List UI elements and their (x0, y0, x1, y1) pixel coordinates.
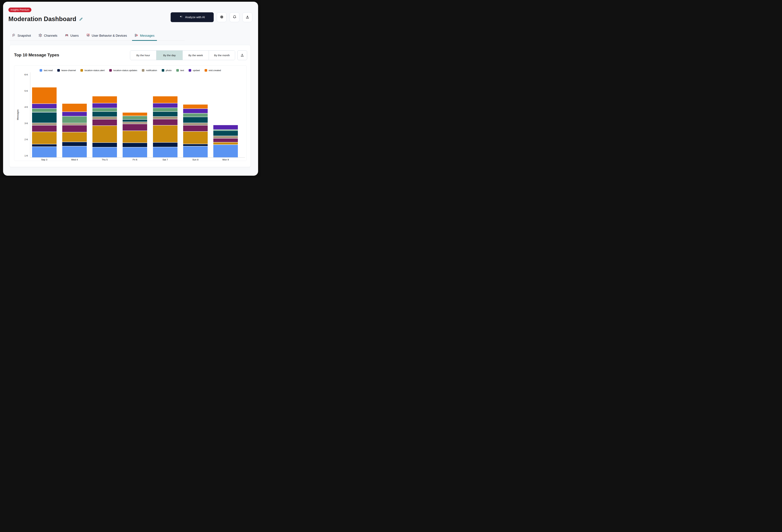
gear-icon (220, 15, 224, 20)
bar-segment-visit.created[interactable] (93, 96, 117, 103)
bar-segment-visit.created[interactable] (122, 113, 147, 116)
x-axis-line (30, 157, 245, 158)
bar-segment-location-status.alert[interactable] (213, 143, 238, 145)
bar-segment-notification[interactable] (122, 122, 147, 124)
bar-segment-location-status.alert[interactable] (32, 132, 57, 144)
bar-segment-location-status.updates[interactable] (153, 119, 177, 125)
chart-card: Top 10 Message Types By the hour By the … (9, 45, 251, 167)
bar-segment-text[interactable] (62, 116, 87, 123)
y-axis-line (30, 72, 30, 157)
tab-label: Messages (140, 34, 154, 38)
bar-segment-notification[interactable] (183, 123, 208, 125)
bar-segment-leave-channel[interactable] (122, 143, 147, 147)
bar-segment-leave-channel[interactable] (153, 143, 177, 147)
settings-button[interactable] (217, 12, 226, 22)
bar-segment-visit.created[interactable] (183, 105, 208, 109)
bar-segment-leave-channel[interactable] (93, 143, 117, 147)
bar-segment-leave-channel[interactable] (62, 142, 87, 146)
x-axis-label: Mon 9 (214, 158, 238, 161)
magnifier-icon (12, 33, 16, 38)
bar-segment-location-status.updates[interactable] (32, 125, 57, 131)
bar-segment-location-status.updates[interactable] (93, 119, 117, 125)
y-axis-tick-label: 2 K (17, 138, 28, 141)
bar-segment-notification[interactable] (153, 117, 177, 119)
bar-segment-location-status.updates[interactable] (183, 125, 208, 131)
period-by-the-month[interactable]: By the month (209, 50, 235, 60)
bar-segment-photo[interactable] (213, 131, 238, 136)
bar-segment-text[interactable] (183, 113, 208, 117)
chart-panel: last.readleave-channellocation-status.al… (14, 65, 247, 161)
tab-users[interactable]: Users (65, 31, 78, 40)
tab-label: Channels (44, 34, 57, 38)
bar-segment-notification[interactable] (32, 123, 57, 125)
bar-segment-photo[interactable] (153, 112, 177, 116)
x-axis-label: Sun 8 (183, 158, 208, 161)
bar-segment-updaet[interactable] (62, 112, 87, 116)
chart-download-button[interactable] (237, 50, 247, 60)
bar-segment-last.read[interactable] (32, 147, 57, 157)
edit-pencil-icon[interactable] (79, 16, 83, 22)
bar-segment-visit.created[interactable] (62, 104, 87, 111)
bar-segment-updaet[interactable] (153, 103, 177, 108)
y-axis-tick-label: 1 K (17, 154, 28, 157)
y-axis-tick-label: 6 K (17, 73, 28, 76)
tab-messages[interactable]: Messages (135, 31, 154, 40)
bar-segment-notification[interactable] (62, 123, 87, 125)
bar-segment-last.read[interactable] (213, 145, 238, 157)
bar-segment-location-status.alert[interactable] (153, 125, 177, 142)
analyze-with-ai-label: Analyze with AI (185, 15, 205, 19)
network-hub-icon (38, 33, 42, 38)
bar-segment-last.read[interactable] (183, 146, 208, 157)
bar-segment-text[interactable] (93, 108, 117, 111)
notifications-button[interactable] (229, 12, 239, 22)
bar-segment-photo[interactable] (183, 117, 208, 123)
tab-label: User Behavior & Devices (92, 34, 127, 38)
analyze-with-ai-button[interactable]: Analyze with AI (171, 12, 214, 22)
bar-segment-updaet[interactable] (183, 109, 208, 113)
bar-segment-location-status.updates[interactable] (213, 139, 238, 142)
bar-segment-photo[interactable] (93, 112, 117, 117)
bar-segment-leave-channel[interactable] (183, 144, 208, 146)
bar-segment-text[interactable] (122, 116, 147, 119)
plot-area: Messages 1 K2 K3 K4 K5 K6 KSep 3Wed 4Thu… (14, 66, 246, 161)
bar-segment-text[interactable] (213, 130, 238, 130)
bar-segment-updaet[interactable] (32, 104, 57, 108)
bar-segment-updaet[interactable] (93, 103, 117, 108)
bar-segment-visit.created[interactable] (32, 87, 57, 104)
export-button[interactable] (243, 12, 252, 22)
bar-segment-location-status.alert[interactable] (122, 131, 147, 143)
bell-icon (233, 15, 237, 20)
bar-segment-location-status.alert[interactable] (93, 126, 117, 143)
bar-segment-photo[interactable] (122, 120, 147, 122)
y-axis-tick-label: 4 K (17, 106, 28, 108)
bar-segment-photo[interactable] (32, 112, 57, 123)
tab-user-behavior-devices[interactable]: User Behavior & Devices (86, 31, 127, 40)
bar-segment-location-status.alert[interactable] (183, 131, 208, 144)
tab-channels[interactable]: Channels (38, 31, 57, 40)
period-by-the-week[interactable]: By the week (183, 50, 209, 60)
sparkles-icon (179, 15, 183, 20)
title-row: Moderation Dashboard (8, 15, 83, 23)
bar-segment-text[interactable] (153, 108, 177, 111)
tab-snapshot[interactable]: Snapshot (12, 31, 31, 40)
page-title: Moderation Dashboard (8, 15, 76, 23)
bar-segment-notification[interactable] (213, 136, 238, 138)
bar-segment-location-status.updates[interactable] (62, 125, 87, 132)
period-by-the-hour[interactable]: By the hour (130, 50, 156, 60)
bar-segment-text[interactable] (32, 109, 57, 112)
bar-segment-last.read[interactable] (122, 147, 147, 157)
bar-segment-location-status.updates[interactable] (122, 124, 147, 130)
bar-segment-last.read[interactable] (153, 147, 177, 157)
bar-segment-leave-channel[interactable] (32, 144, 57, 146)
bar-segment-last.read[interactable] (62, 146, 87, 157)
tab-label: Users (70, 34, 78, 38)
users-icon (65, 33, 69, 38)
bar-segment-location-status.alert[interactable] (62, 132, 87, 142)
bar-segment-last.read[interactable] (93, 147, 117, 157)
bar-segment-updaet[interactable] (213, 125, 238, 129)
x-axis-label: Sep 3 (32, 158, 56, 161)
bar-segment-notification[interactable] (93, 117, 117, 119)
tab-label: Snapshot (17, 34, 31, 38)
bar-segment-visit.created[interactable] (153, 96, 177, 103)
period-by-the-day[interactable]: By the day (156, 50, 183, 60)
